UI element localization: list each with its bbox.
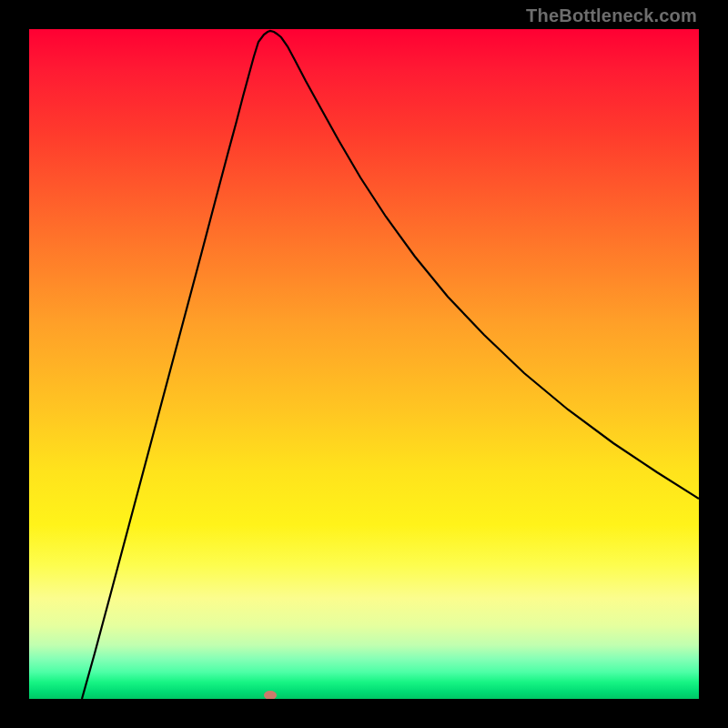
optimum-marker (264, 691, 277, 699)
plot-area (29, 29, 699, 699)
bottleneck-curve (29, 29, 699, 699)
watermark-text: TheBottleneck.com (526, 5, 697, 26)
chart-frame: TheBottleneck.com (0, 0, 728, 728)
curve-path (82, 31, 699, 699)
